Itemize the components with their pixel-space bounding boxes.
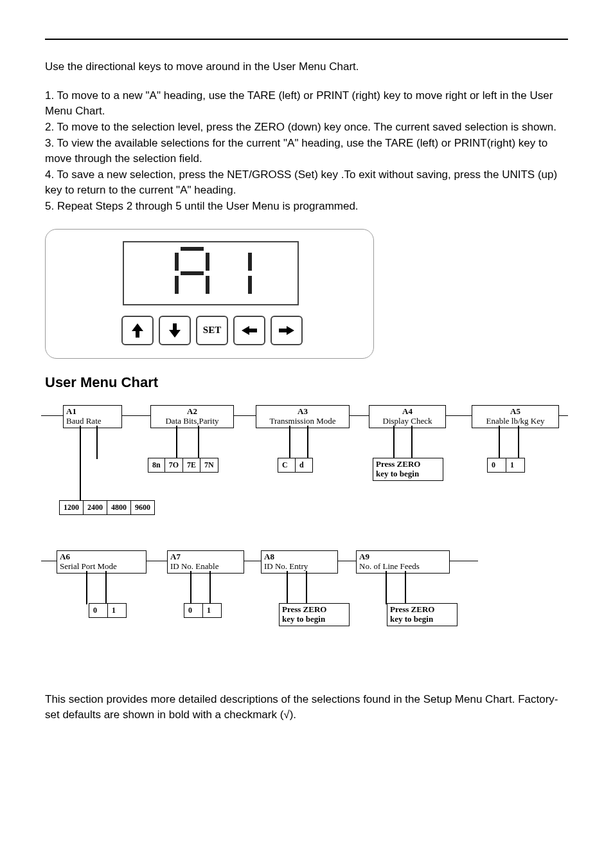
up-arrow-button [121, 316, 154, 345]
down-arrow-button [159, 316, 191, 345]
a5-options: 0 1 [487, 458, 525, 473]
svg-marker-11 [279, 326, 294, 335]
step-4: 4. To save a new selection, press the NE… [45, 167, 568, 199]
node-a4: A4 Display Check [369, 405, 446, 428]
button-row: SET [121, 316, 303, 345]
a4-option-text: Press ZERO key to begin [373, 458, 443, 481]
node-a5: A5 Enable lb/kg Key [472, 405, 559, 428]
top-rule [45, 39, 568, 40]
step-2: 2. To move to the selection level, press… [45, 120, 568, 136]
node-a9: A9 No. of Line Feeds [356, 550, 450, 574]
section-title: User Menu Chart [45, 374, 568, 391]
right-arrow-button [271, 316, 303, 345]
a8-option-text: Press ZERO key to begin [279, 603, 350, 626]
steps-block: 1. To move to a new "A" heading, use the… [45, 88, 568, 215]
a1-options: 1200 2400 4800 9600 [59, 500, 155, 515]
set-button: SET [196, 316, 228, 345]
node-a3: A3 Transmission Mode [256, 405, 350, 428]
a9-option-text: Press ZERO key to begin [387, 603, 458, 626]
display-panel: SET [45, 229, 374, 359]
intro-text: Use the directional keys to move around … [45, 59, 568, 75]
node-a8: A8 ID No. Entry [261, 550, 338, 574]
step-5: 5. Repeat Steps 2 through 5 until the Us… [45, 199, 568, 215]
node-a1: A1 Baud Rate [63, 405, 122, 428]
step-3: 3. To view the available selections for … [45, 136, 568, 167]
a7-options: 0 1 [184, 603, 222, 618]
node-a2: A2 Data Bits,Parity [150, 405, 234, 428]
step-1: 1. To move to a new "A" heading, use the… [45, 88, 568, 120]
svg-marker-10 [242, 326, 257, 335]
closing-text: This section provides more detailed desc… [45, 692, 568, 723]
a6-options: 0 1 [89, 603, 127, 618]
node-a6: A6 Serial Port Mode [57, 550, 147, 574]
lcd-display [123, 241, 299, 305]
a2-options: 8n 7O 7E 7N [148, 458, 218, 473]
svg-marker-8 [132, 323, 143, 338]
left-arrow-button [233, 316, 265, 345]
a3-options: C d [278, 458, 313, 473]
node-a7: A7 ID No. Enable [167, 550, 244, 574]
svg-marker-9 [169, 323, 181, 338]
menu-chart: A1 Baud Rate 1200 2400 4800 9600 A2 Data… [41, 402, 568, 673]
